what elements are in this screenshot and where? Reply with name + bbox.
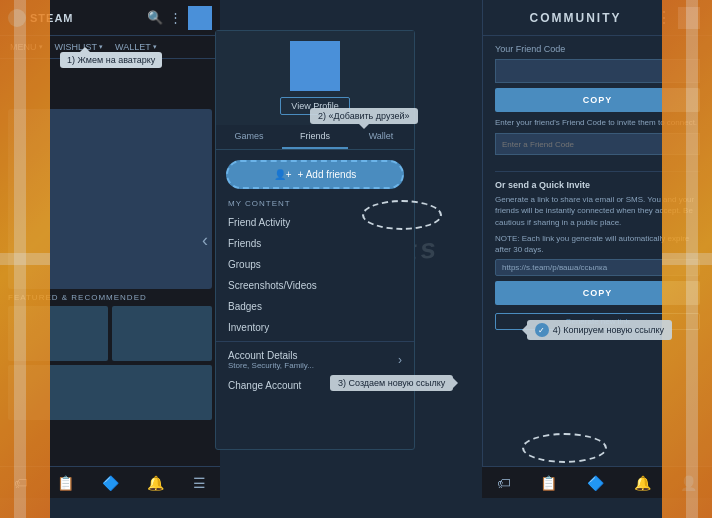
featured-item-2 (112, 306, 212, 361)
menu-inventory[interactable]: Inventory (216, 317, 414, 338)
right-nav-community-icon[interactable]: 🔷 (587, 475, 604, 491)
add-friends-highlight (362, 200, 442, 230)
annotation-4-tooltip: ✓ 4) Копируем новую ссылку (527, 320, 672, 340)
menu-badges[interactable]: Badges (216, 296, 414, 317)
back-arrow[interactable]: ‹ (202, 230, 208, 251)
menu-icon[interactable]: ⋮ (169, 10, 182, 25)
avatar-button[interactable] (188, 6, 212, 30)
gift-decoration-right (662, 0, 712, 518)
nav-more-icon[interactable]: ☰ (193, 475, 206, 491)
tab-friends[interactable]: Friends (282, 125, 348, 149)
wallet-chevron: ▾ (153, 43, 157, 51)
search-icon[interactable]: 🔍 (147, 10, 163, 25)
gift-decoration-left (0, 0, 50, 518)
menu-account-details[interactable]: Account Details Store, Security, Family.… (216, 345, 414, 375)
nav-library-icon[interactable]: 📋 (57, 475, 74, 491)
profile-tabs: Games Friends Wallet (216, 125, 414, 150)
nav-community-icon[interactable]: 🔷 (102, 475, 119, 491)
annotation-2-tooltip: 2) «Добавить друзей» (310, 108, 418, 124)
wishlist-chevron: ▾ (99, 43, 103, 51)
generate-link-highlight (522, 433, 607, 463)
menu-groups[interactable]: Groups (216, 254, 414, 275)
add-friends-icon: 👤+ (274, 169, 292, 180)
right-nav-notifications-icon[interactable]: 🔔 (634, 475, 651, 491)
menu-friends[interactable]: Friends (216, 233, 414, 254)
menu-screenshots[interactable]: Screenshots/Videos (216, 275, 414, 296)
add-friends-button[interactable]: 👤+ + Add friends (226, 160, 404, 189)
check-icon: ✓ (535, 323, 549, 337)
steam-header-icons: 🔍 ⋮ (147, 6, 212, 30)
tab-games[interactable]: Games (216, 125, 282, 149)
annotation-3-tooltip: 3) Создаем новую ссылку (330, 375, 453, 391)
right-nav-store-icon[interactable]: 🏷 (497, 475, 511, 491)
right-nav-library-icon[interactable]: 📋 (540, 475, 557, 491)
account-details-arrow: › (398, 353, 402, 367)
community-title: COMMUNITY (495, 11, 656, 25)
annotation-1-tooltip: 1) Жмем на аватарку (60, 52, 162, 68)
profile-avatar (290, 41, 340, 91)
nav-notifications-icon[interactable]: 🔔 (147, 475, 164, 491)
